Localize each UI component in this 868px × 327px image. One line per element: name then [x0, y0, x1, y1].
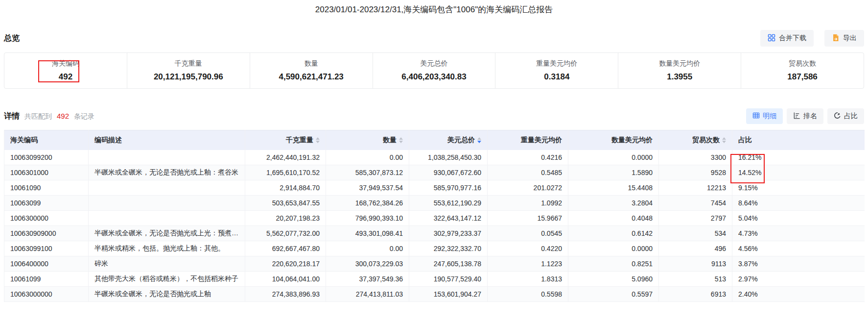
cell-千克重量: 5,562,077,732.00 [245, 226, 326, 241]
cell-数量: 585,307,873.12 [326, 165, 409, 180]
cell-编码描述 [89, 150, 245, 165]
overview-card-value: 0.3184 [544, 72, 569, 82]
column-header-label: 贸易次数 [692, 136, 720, 145]
cell-千克重量: 104,064,041.00 [245, 272, 326, 287]
table-row: 100630000020,207,198.23796,990,393.10322… [4, 211, 865, 226]
table-row: 10063099100半精米或精米，包括。抛光或上釉：其他。692,667,46… [4, 241, 865, 256]
column-header-贸易次数[interactable]: 贸易次数 [659, 130, 732, 150]
detail-section-title: 详情 [4, 111, 20, 122]
merge-download-button[interactable]: 合并下载 [760, 30, 814, 47]
cell-贸易次数: 6913 [659, 287, 732, 302]
column-header-inner: 千克重量 [286, 136, 320, 145]
table-row: 1006400000碎米220,620,218.17300,073,229.03… [4, 256, 865, 272]
match-suffix: 条记录 [74, 112, 94, 121]
cell-数量美元均价: 5.0960 [568, 272, 659, 287]
column-header-占比: 占比 [732, 130, 865, 150]
cell-数量美元均价: 1.5890 [568, 165, 659, 180]
cell-贸易次数: 3300 [659, 150, 732, 165]
cell-海关编码: 10063099 [4, 196, 89, 211]
overview-card-3: 数量4,590,621,471.23 [250, 53, 373, 88]
column-header-label: 海关编码 [10, 136, 38, 145]
overview-card-value: 187,586 [787, 72, 817, 82]
cell-美元总价: 190,577,529.40 [409, 272, 488, 287]
cell-编码描述 [89, 211, 245, 226]
sort-asc-icon [399, 137, 403, 140]
tab-label: 排名 [803, 112, 817, 121]
overview-card-value: 6,406,203,340.83 [401, 72, 466, 82]
cell-美元总价: 247,605,138.78 [409, 256, 488, 272]
cell-贸易次数: 9528 [659, 165, 732, 180]
table-row: 10063099503,653,847.55168,762,384.26553,… [4, 196, 865, 211]
merge-download-icon [768, 34, 775, 43]
table-row: 100610902,914,884.7037,949,537.54585,970… [4, 180, 865, 196]
cell-占比: 4.73% [732, 226, 865, 241]
tab-占比[interactable]: 占比 [827, 108, 864, 124]
match-prefix: 共匹配到 [24, 112, 52, 121]
cell-海关编码: 10063099100 [4, 241, 89, 256]
cell-占比: 2.97% [732, 272, 865, 287]
cell-数量: 0.00 [326, 150, 409, 165]
overview-card-7: 贸易次数187,586 [741, 53, 864, 88]
cell-数量: 796,990,393.10 [326, 211, 409, 226]
cell-贸易次数: 496 [659, 241, 732, 256]
sort-carets-icon [722, 137, 726, 143]
cell-数量美元均价: 0.8251 [568, 256, 659, 272]
cell-重量美元均价: 1.8313 [488, 272, 568, 287]
detail-left: 详情 共匹配到 492 条记录 [4, 111, 94, 122]
cell-海关编码: 1006300000 [4, 211, 89, 226]
column-header-label: 数量美元均价 [611, 136, 653, 145]
cell-数量美元均价: 3.2804 [568, 196, 659, 211]
cell-千克重量: 692,667,467.80 [245, 241, 326, 256]
cell-重量美元均价: 0.4220 [488, 241, 568, 256]
column-header-美元总价[interactable]: 美元总价 [409, 130, 488, 150]
column-header-inner: 美元总价 [447, 136, 481, 145]
table-row: 10061099其他带壳大米（稻谷或糙米），不包括稻米种子104,064,041… [4, 272, 865, 287]
cell-数量: 300,073,229.03 [326, 256, 409, 272]
detail-table-wrap: 海关编码编码描述千克重量数量美元总价重量美元均价数量美元均价贸易次数占比1006… [4, 130, 864, 302]
sort-asc-icon [477, 137, 481, 140]
page-title: 2023/01/01-2023/12/31,海关编码包含"1006"的海关编码汇… [0, 0, 868, 15]
overview-card-5: 重量美元均价0.3184 [495, 53, 618, 88]
cell-海关编码: 10063000000 [4, 287, 89, 302]
cell-千克重量: 2,914,884.70 [245, 180, 326, 196]
cell-美元总价: 1,038,258,450.30 [409, 150, 488, 165]
cell-数量: 37,397,549.36 [326, 272, 409, 287]
cell-编码描述: 碎米 [89, 256, 245, 272]
column-header-inner: 数量美元均价 [611, 136, 653, 145]
cell-编码描述: 半碾米或全碾米，无论是否抛光或上釉 [89, 287, 245, 302]
export-label: 导出 [843, 34, 857, 43]
overview-card-value: 4,590,621,471.23 [279, 72, 343, 82]
cell-数量美元均价: 0.4048 [568, 211, 659, 226]
cell-千克重量: 20,207,198.23 [245, 211, 326, 226]
cell-占比: 9.15% [732, 180, 865, 196]
column-header-千克重量[interactable]: 千克重量 [245, 130, 326, 150]
cell-占比: 2.40% [732, 287, 865, 302]
tab-排名[interactable]: 排名 [787, 108, 823, 124]
cell-编码描述: 半碾米或全碾米，无论是否抛光或上光：预煮米除... [89, 226, 245, 241]
overview-card-1: 海关编码492 [4, 53, 127, 88]
overview-card-value: 1.3955 [667, 72, 692, 82]
cell-重量美元均价: 201.0272 [488, 180, 568, 196]
cell-数量: 274,413,811.03 [326, 287, 409, 302]
cell-海关编码: 10061090 [4, 180, 89, 196]
overview-card-6: 数量美元均价1.3955 [618, 53, 741, 88]
cell-数量: 0.00 [326, 241, 409, 256]
cell-贸易次数: 7454 [659, 196, 732, 211]
export-button[interactable]: 导出 [824, 30, 864, 47]
overview-card-label: 美元总价 [421, 59, 448, 68]
overview-card-label: 海关编码 [52, 59, 79, 68]
table-icon [752, 112, 760, 121]
sort-desc-icon [722, 141, 726, 143]
cell-千克重量: 274,383,896.93 [245, 287, 326, 302]
sort-desc-icon [316, 141, 320, 143]
cell-美元总价: 930,067,672.60 [409, 165, 488, 180]
view-tabs: 明细排名占比 [746, 108, 864, 124]
tab-label: 占比 [844, 112, 858, 121]
overview-card-value: 20,121,195,790.96 [154, 72, 223, 82]
sort-desc-icon [477, 141, 481, 143]
cell-数量美元均价: 0.0000 [568, 241, 659, 256]
tab-明细[interactable]: 明细 [746, 108, 783, 124]
column-header-数量[interactable]: 数量 [326, 130, 409, 150]
column-header-编码描述: 编码描述 [89, 130, 245, 150]
cell-美元总价: 553,612,190.29 [409, 196, 488, 211]
